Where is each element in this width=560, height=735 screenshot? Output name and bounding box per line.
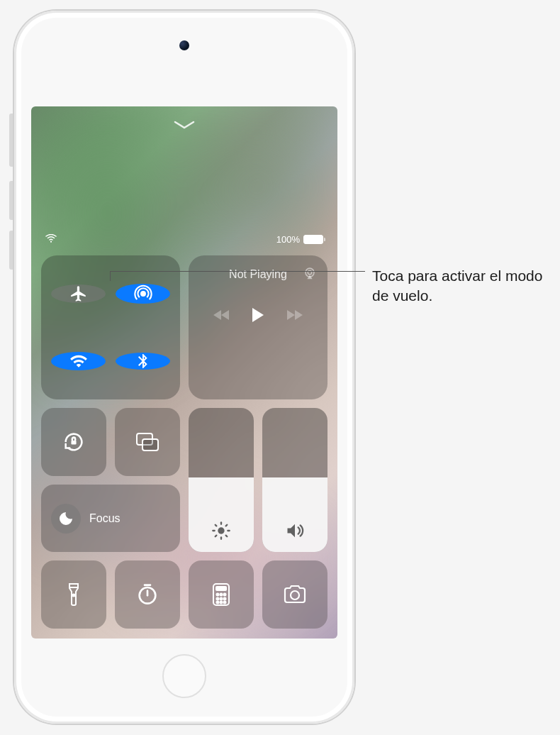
camera-icon (283, 585, 307, 604)
volume-up-button (9, 181, 13, 220)
svg-point-30 (220, 602, 223, 604)
dismiss-chevron-icon[interactable] (174, 121, 195, 133)
screen: 100% (31, 106, 337, 639)
svg-point-0 (50, 241, 52, 243)
forward-button[interactable] (286, 309, 303, 324)
airdrop-icon (133, 284, 153, 304)
airplay-icon[interactable] (302, 265, 318, 284)
rewind-icon (213, 309, 230, 321)
flashlight-button[interactable] (41, 560, 106, 629)
svg-line-14 (215, 536, 217, 537)
svg-point-31 (224, 602, 226, 604)
timer-icon (136, 583, 159, 606)
svg-point-23 (217, 594, 219, 596)
svg-line-15 (226, 525, 228, 526)
status-bar: 100% (31, 234, 337, 245)
orientation-lock-button[interactable] (41, 408, 106, 476)
airdrop-button[interactable] (116, 284, 170, 304)
camera-button[interactable] (262, 560, 327, 629)
svg-rect-22 (216, 587, 226, 590)
screen-mirroring-button[interactable] (115, 408, 180, 476)
media-status-label: Not Playing (229, 268, 287, 281)
svg-point-24 (220, 594, 223, 596)
svg-rect-4 (71, 441, 76, 445)
svg-point-17 (73, 595, 75, 597)
svg-point-32 (291, 591, 299, 599)
play-icon (250, 306, 266, 324)
svg-point-1 (141, 292, 145, 296)
calculator-button[interactable] (189, 560, 254, 629)
svg-point-7 (218, 528, 224, 534)
play-button[interactable] (250, 306, 266, 326)
svg-line-13 (226, 536, 228, 537)
timer-button[interactable] (115, 560, 180, 629)
connectivity-module[interactable] (41, 255, 180, 399)
airplane-icon (69, 284, 88, 303)
svg-point-29 (217, 602, 219, 604)
svg-point-26 (217, 598, 219, 600)
svg-point-2 (308, 270, 312, 275)
volume-icon (285, 521, 305, 541)
side-button (9, 114, 13, 167)
front-camera (179, 40, 189, 50)
flashlight-icon (67, 582, 81, 607)
rewind-button[interactable] (213, 309, 230, 324)
brightness-icon (211, 521, 231, 541)
svg-rect-6 (142, 439, 158, 451)
wifi-status-icon (45, 234, 57, 245)
volume-slider[interactable] (262, 408, 327, 552)
wifi-button[interactable] (51, 352, 106, 370)
bluetooth-icon (135, 353, 152, 370)
bluetooth-button[interactable] (116, 353, 170, 370)
home-button[interactable] (162, 654, 206, 698)
svg-point-25 (224, 594, 226, 596)
screen-mirroring-icon (135, 431, 160, 453)
svg-point-28 (224, 598, 226, 600)
airplane-mode-button[interactable] (51, 284, 106, 303)
svg-point-27 (220, 598, 223, 600)
calculator-icon (212, 582, 230, 607)
battery-percent-label: 100% (276, 234, 300, 245)
svg-line-12 (215, 525, 217, 526)
brightness-slider[interactable] (189, 408, 254, 552)
focus-button[interactable]: Focus (41, 485, 180, 553)
do-not-disturb-icon (57, 510, 74, 527)
volume-down-button (9, 231, 13, 270)
device-frame: 100% (14, 11, 354, 724)
orientation-lock-icon (62, 430, 86, 454)
control-center: Not Playing (41, 255, 327, 629)
focus-label: Focus (89, 512, 121, 525)
media-module[interactable]: Not Playing (189, 255, 327, 399)
forward-icon (286, 309, 303, 321)
annotation-text: Toca para activar el modo de vuelo. (372, 266, 546, 306)
battery-icon (303, 235, 323, 244)
wifi-icon (69, 352, 88, 370)
